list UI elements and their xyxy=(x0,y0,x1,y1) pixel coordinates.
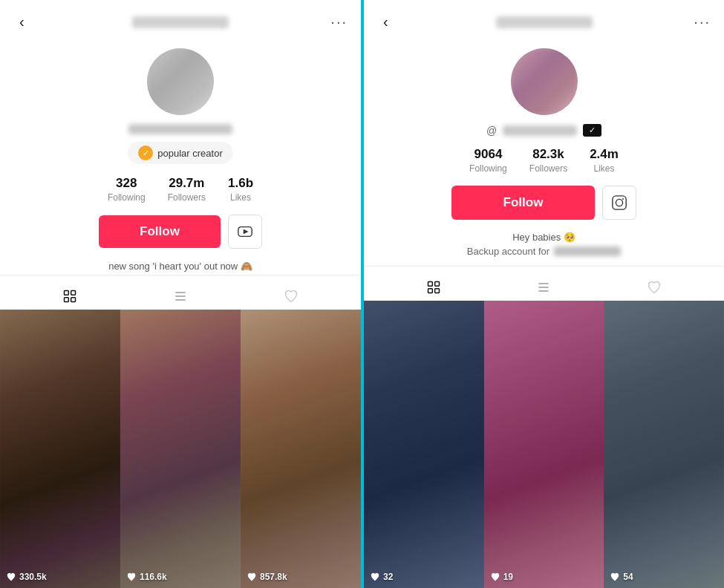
video-cell-5[interactable]: 19 xyxy=(484,301,604,588)
video-cell-4[interactable]: 32 xyxy=(364,301,484,588)
video-count-4: 32 xyxy=(370,572,393,582)
tab-grid-left[interactable] xyxy=(15,283,125,310)
following-label-right: Following xyxy=(469,163,507,174)
followers-label-right: Followers xyxy=(529,163,567,174)
back-button-left[interactable]: ‹ xyxy=(13,10,30,33)
video-count-6: 54 xyxy=(610,572,633,582)
followers-stat-right: 82.3k Followers xyxy=(529,147,567,174)
followers-label-left: Followers xyxy=(168,192,206,203)
bio-line1-right: Hey babies 🥺 xyxy=(498,232,590,243)
left-panel: ‹ ··· ✓ popular creator 328 Following 29… xyxy=(0,0,361,588)
likes-stat-left: 1.6b Likes xyxy=(228,176,253,203)
avatar-right xyxy=(511,48,578,115)
tab-bar-right xyxy=(364,266,724,301)
at-name-right xyxy=(503,125,577,136)
svg-rect-15 xyxy=(435,289,440,293)
top-bar-right: ‹ ··· xyxy=(364,0,724,41)
tab-grid-right[interactable] xyxy=(379,274,489,301)
likes-stat-right: 2.4m Likes xyxy=(590,147,619,174)
grid-icon-left xyxy=(62,289,77,304)
bio-line2-right: Backup account for xyxy=(467,246,621,257)
svg-rect-14 xyxy=(428,289,433,293)
badge-label: popular creator xyxy=(157,148,222,159)
more-button-right[interactable]: ··· xyxy=(694,13,711,30)
following-label-left: Following xyxy=(108,192,146,203)
svg-point-10 xyxy=(616,199,623,206)
svg-rect-5 xyxy=(71,298,76,302)
following-stat-left: 328 Following xyxy=(108,176,146,203)
svg-rect-12 xyxy=(428,282,433,287)
follow-button-left[interactable]: Follow xyxy=(99,215,221,248)
video-cell-6[interactable]: 54 xyxy=(604,301,724,588)
username-blur-right xyxy=(496,16,593,28)
youtube-button-left[interactable] xyxy=(228,215,262,249)
heart-icon-left xyxy=(284,289,299,304)
list-icon-left xyxy=(173,289,188,304)
svg-rect-2 xyxy=(65,291,69,295)
svg-rect-3 xyxy=(71,291,76,295)
svg-rect-9 xyxy=(613,196,626,209)
stats-row-left: 328 Following 29.7m Followers 1.6b Likes xyxy=(108,176,253,203)
top-bar-left: ‹ ··· xyxy=(0,0,361,41)
video-cell-2[interactable]: 116.6k xyxy=(120,310,241,588)
following-stat-right: 9064 Following xyxy=(469,147,507,174)
username-blur-left xyxy=(132,16,229,28)
profile-section-right: @ ✓ 9064 Following 82.3k Followers 2.4m … xyxy=(364,41,724,266)
video-grid-left: 330.5k 116.6k 857.8k xyxy=(0,310,361,588)
instagram-button-right[interactable] xyxy=(602,186,636,220)
following-count-right: 9064 xyxy=(474,147,503,162)
follow-button-right[interactable]: Follow xyxy=(451,186,596,220)
svg-rect-13 xyxy=(435,282,440,287)
svg-rect-4 xyxy=(65,298,69,302)
likes-label-right: Likes xyxy=(594,163,615,174)
tab-bar-left xyxy=(0,275,361,310)
popular-creator-badge: ✓ popular creator xyxy=(128,142,232,164)
video-cell-1[interactable]: 330.5k xyxy=(0,310,120,588)
video-count-3: 857.8k xyxy=(247,572,287,582)
video-count-5: 19 xyxy=(490,572,513,582)
followers-stat-left: 29.7m Followers xyxy=(168,176,206,203)
heart-icon-right xyxy=(647,280,662,295)
more-button-left[interactable]: ··· xyxy=(330,13,348,30)
profile-section-left: ✓ popular creator 328 Following 29.7m Fo… xyxy=(0,41,361,275)
followers-count-right: 82.3k xyxy=(532,147,564,162)
tab-list-left[interactable] xyxy=(125,283,236,310)
tab-liked-right[interactable] xyxy=(599,274,709,301)
likes-label-left: Likes xyxy=(230,192,251,203)
avatar-left xyxy=(147,48,214,115)
svg-marker-1 xyxy=(244,229,248,234)
stats-row-right: 9064 Following 82.3k Followers 2.4m Like… xyxy=(469,147,619,174)
at-row-right: @ ✓ xyxy=(486,124,601,137)
bio-left: new song 'i heart you' out now 🙈 xyxy=(94,261,267,272)
list-icon-right xyxy=(536,280,551,295)
verified-tag-right: ✓ xyxy=(583,124,601,137)
instagram-icon xyxy=(611,195,627,211)
video-grid-right: 32 19 54 xyxy=(364,301,724,588)
right-panel: ‹ ··· @ ✓ 9064 Following 82.3k Followers… xyxy=(362,0,724,588)
display-name-left xyxy=(128,124,232,134)
likes-count-right: 2.4m xyxy=(590,147,619,162)
grid-icon-right xyxy=(426,280,441,295)
followers-count-left: 29.7m xyxy=(169,176,204,191)
video-count-1: 330.5k xyxy=(6,572,47,582)
youtube-icon xyxy=(237,223,253,240)
bio-blur-right xyxy=(554,246,621,256)
action-row-right: Follow xyxy=(451,186,637,220)
tab-list-right[interactable] xyxy=(489,274,599,301)
video-cell-3[interactable]: 857.8k xyxy=(241,310,361,588)
tab-liked-left[interactable] xyxy=(235,283,346,310)
svg-point-11 xyxy=(623,198,624,200)
at-symbol-right: @ xyxy=(486,125,497,137)
video-count-2: 116.6k xyxy=(126,572,167,582)
likes-count-left: 1.6b xyxy=(228,176,253,191)
following-count-left: 328 xyxy=(116,176,137,191)
badge-check-icon: ✓ xyxy=(138,146,153,160)
action-row-left: Follow xyxy=(99,215,262,249)
back-button-right[interactable]: ‹ xyxy=(377,10,394,33)
